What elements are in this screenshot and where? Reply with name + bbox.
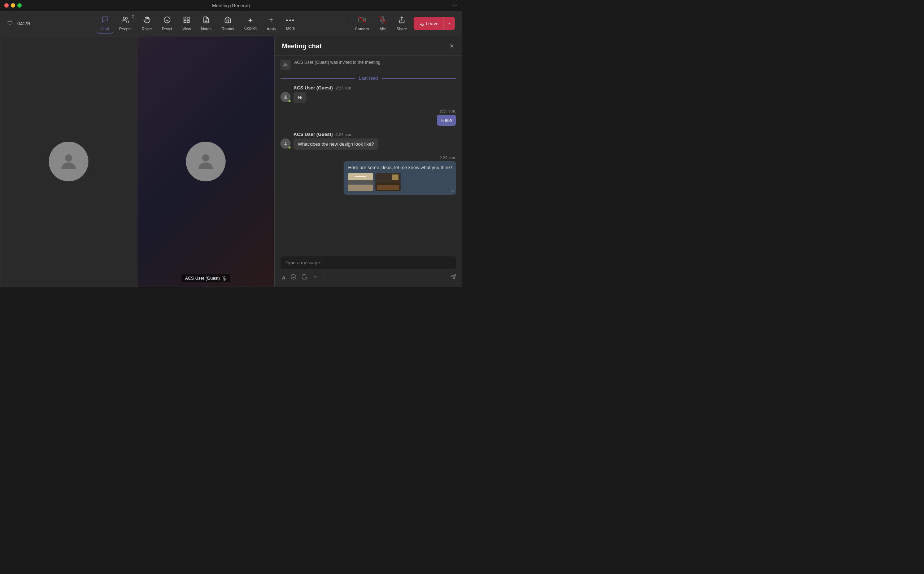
svg-point-29 bbox=[285, 142, 286, 144]
title-bar: Meeting (General) ··· bbox=[0, 0, 462, 11]
svg-point-0 bbox=[123, 17, 126, 19]
svg-point-25 bbox=[284, 63, 286, 65]
more-label: More bbox=[286, 26, 295, 30]
svg-point-30 bbox=[291, 274, 296, 279]
format-button[interactable]: A bbox=[280, 273, 287, 282]
people-icon bbox=[122, 16, 129, 25]
toolbar-item-copilot[interactable]: ✦ Copilot bbox=[240, 14, 261, 32]
message-group-hello: 2:23 p.m. Hello bbox=[280, 109, 456, 126]
shield-icon: 🛡 bbox=[7, 20, 13, 27]
close-chat-button[interactable] bbox=[449, 43, 455, 50]
msg-bubble-design: What does the new design look like? bbox=[293, 139, 378, 150]
copilot-label: Copilot bbox=[244, 26, 256, 30]
msg-bubble-hi: Hi bbox=[293, 92, 307, 103]
toolbar-item-view[interactable]: View bbox=[178, 14, 195, 33]
view-label: View bbox=[182, 27, 191, 31]
msg-row-design: What does the new design look like? bbox=[280, 139, 456, 150]
toolbar-item-rooms[interactable]: Rooms bbox=[217, 14, 239, 33]
msg-text-hi: Hi bbox=[298, 95, 302, 100]
acs-user-name: ACS User (Guest) bbox=[185, 276, 220, 281]
svg-rect-5 bbox=[187, 17, 190, 19]
last-read-line-right bbox=[381, 78, 456, 79]
people-badge: 2 bbox=[132, 15, 134, 19]
image-thumb-1[interactable] bbox=[348, 173, 373, 191]
main-content: ACS User (Guest) bbox=[0, 36, 274, 287]
system-icon bbox=[280, 60, 291, 70]
msg-sender-2: ACS User (Guest) bbox=[293, 132, 333, 137]
close-button[interactable] bbox=[4, 3, 9, 8]
toolbar-item-raise[interactable]: Raise bbox=[138, 14, 156, 33]
window-controls[interactable] bbox=[4, 3, 22, 8]
video-grid: ACS User (Guest) bbox=[0, 36, 274, 287]
view-icon bbox=[183, 16, 190, 25]
notes-icon bbox=[203, 16, 210, 25]
close-icon bbox=[449, 43, 455, 49]
toolbar-item-apps[interactable]: Apps bbox=[263, 14, 280, 33]
chat-toolbar-divider bbox=[323, 274, 323, 281]
kitchen-counter bbox=[348, 184, 373, 191]
notes-label: Notes bbox=[201, 27, 212, 31]
msg-row-hi: Hi bbox=[280, 92, 456, 103]
camera-label: Camera bbox=[355, 27, 369, 31]
message-group-ideas: 2:24 p.m. Here are some ideas, let me kn… bbox=[280, 155, 456, 195]
title-more-button[interactable]: ··· bbox=[452, 2, 458, 9]
msg-sender-1: ACS User (Guest) bbox=[293, 85, 333, 90]
chat-input-box[interactable]: Type a message... bbox=[280, 256, 456, 269]
msg-time-2: 2:24 p.m. bbox=[336, 132, 352, 137]
video-tile-acs-user: ACS User (Guest) bbox=[137, 36, 274, 287]
image-thumb-2[interactable] bbox=[375, 173, 400, 191]
last-read-line-left bbox=[280, 78, 355, 79]
chat-title: Meeting chat bbox=[282, 43, 321, 50]
attach-button[interactable] bbox=[311, 273, 320, 283]
system-message: ACS User (Guest) was invited to the meet… bbox=[280, 60, 456, 70]
avatar-icon-1 bbox=[283, 95, 288, 99]
msg-row-hello: Hello bbox=[280, 115, 456, 126]
toolbar-right: Camera Mic bbox=[351, 14, 455, 33]
svg-point-1 bbox=[164, 17, 170, 23]
msg-bubble-ideas: Here are some ideas, let me know what yo… bbox=[343, 161, 456, 195]
online-dot-2 bbox=[288, 146, 291, 149]
toolbar-item-react[interactable]: React bbox=[158, 14, 177, 33]
user-silhouette-icon bbox=[58, 151, 79, 172]
leave-chevron[interactable] bbox=[444, 17, 455, 30]
msg-text-hello: Hello bbox=[441, 118, 452, 123]
images-row bbox=[348, 173, 452, 191]
chevron-down-icon bbox=[448, 22, 451, 25]
camera-icon bbox=[358, 16, 365, 25]
window-title: Meeting (General) bbox=[212, 3, 250, 8]
message-group-hi: ACS User (Guest) 2:23 p.m. Hi bbox=[280, 85, 456, 103]
share-button[interactable]: Share bbox=[393, 14, 410, 33]
chat-input-area: Type a message... A bbox=[275, 252, 462, 287]
send-icon bbox=[451, 274, 456, 280]
toolbar-item-notes[interactable]: Notes bbox=[197, 14, 216, 33]
chat-header: Meeting chat bbox=[275, 36, 462, 55]
camera-button[interactable]: Camera bbox=[351, 14, 372, 33]
react-icon bbox=[163, 16, 171, 25]
emoji-button[interactable] bbox=[289, 273, 298, 283]
system-message-text: ACS User (Guest) was invited to the meet… bbox=[294, 60, 381, 65]
local-avatar bbox=[49, 142, 89, 181]
svg-point-19 bbox=[202, 154, 209, 161]
mic-button[interactable]: Mic bbox=[375, 14, 390, 33]
message-group-design: ACS User (Guest) 2:24 p.m. What does the… bbox=[280, 132, 456, 150]
sticker-button[interactable] bbox=[300, 273, 309, 283]
minimize-button[interactable] bbox=[11, 3, 15, 8]
maximize-button[interactable] bbox=[17, 3, 22, 8]
msg-bubble-hello: Hello bbox=[437, 115, 456, 126]
toolbar-item-chat[interactable]: Chat bbox=[97, 14, 113, 33]
leave-main[interactable]: Leave bbox=[414, 17, 444, 30]
leave-button[interactable]: Leave bbox=[414, 17, 455, 30]
emoji-icon bbox=[291, 274, 296, 280]
mic-icon bbox=[379, 16, 386, 25]
acs-user-avatar bbox=[186, 142, 226, 181]
acs-user-label: ACS User (Guest) bbox=[182, 274, 230, 282]
svg-rect-4 bbox=[184, 17, 186, 19]
msg-time-hello: 2:23 p.m. bbox=[280, 109, 456, 113]
mic-label: Mic bbox=[380, 27, 386, 31]
copilot-icon: ✦ bbox=[248, 17, 253, 25]
send-button[interactable] bbox=[451, 274, 456, 281]
toolbar-item-more[interactable]: ••• More bbox=[282, 15, 299, 32]
toolbar-item-people[interactable]: People 2 bbox=[115, 14, 136, 33]
kitchen-table bbox=[377, 185, 399, 190]
kitchen-sim-1 bbox=[348, 173, 373, 191]
